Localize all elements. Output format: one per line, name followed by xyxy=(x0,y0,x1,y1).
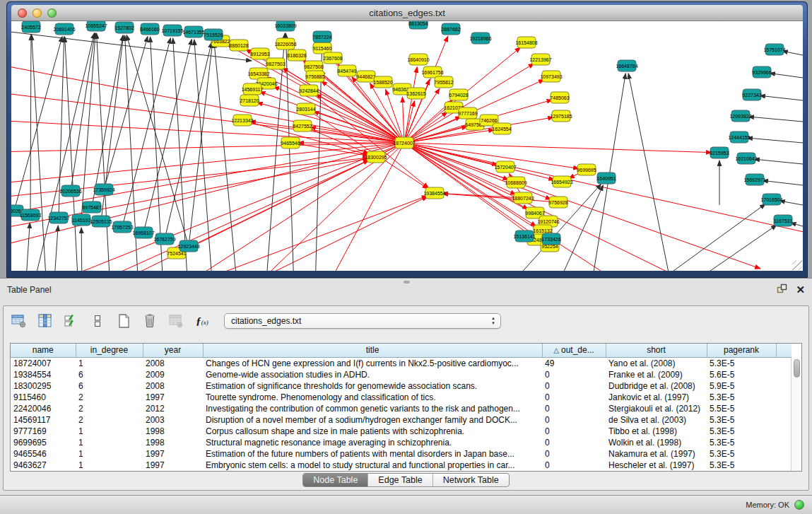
graph-node[interactable]: 12923448 xyxy=(177,240,199,252)
graph-node[interactable]: 12213343 xyxy=(231,115,253,126)
column-header-year[interactable]: year xyxy=(143,344,203,357)
tab-node-table[interactable]: Node Table xyxy=(303,474,368,486)
close-window-button[interactable] xyxy=(18,8,27,18)
window-resize-grip[interactable] xyxy=(792,260,802,270)
column-header-title[interactable]: title xyxy=(203,344,542,357)
graph-node[interactable]: 9465546 xyxy=(281,137,300,148)
graph-node[interactable]: 1640951 xyxy=(596,173,616,184)
table-row[interactable]: 946554611997Estimation of the future num… xyxy=(11,448,792,460)
table-row[interactable]: 977716911998Corpus callosum shape and si… xyxy=(11,426,792,437)
graph-node[interactable]: 18226058 xyxy=(274,38,296,49)
zoom-window-button[interactable] xyxy=(47,8,57,18)
graph-node[interactable]: 20691406 xyxy=(53,23,75,35)
graph-node[interactable]: 18807243 xyxy=(512,192,534,204)
graph-node[interactable]: 15720407 xyxy=(494,161,516,173)
graph-node[interactable]: 9975487 xyxy=(82,201,101,213)
table-row[interactable]: 946362711997Embryonic stem cells: a mode… xyxy=(11,460,792,471)
column-visibility-icon[interactable] xyxy=(37,313,54,329)
graph-node[interactable]: 2405572 xyxy=(21,21,40,33)
graph-node[interactable]: 1624554 xyxy=(492,123,511,134)
graph-node[interactable]: 8186328 xyxy=(287,49,306,61)
table-row[interactable]: 969969511998Structural magnetic resonanc… xyxy=(11,437,792,448)
graph-node[interactable]: 8454749 xyxy=(337,65,356,76)
graph-node[interactable]: 14671355 xyxy=(182,26,204,37)
graph-node[interactable]: 15751074 xyxy=(763,44,785,55)
table-selector-dropdown[interactable]: citations_edges.txt ▲▼ xyxy=(224,313,501,329)
graph-node[interactable]: 2367608 xyxy=(323,52,342,64)
select-all-rows-icon[interactable] xyxy=(63,313,80,329)
column-header-out-de-[interactable]: △out_de... xyxy=(542,344,606,357)
tab-edge-table[interactable]: Edge Table xyxy=(368,474,433,486)
minimize-window-button[interactable] xyxy=(33,8,42,18)
graph-node[interactable]: 15136141 xyxy=(513,230,535,242)
graph-node[interactable]: 10655247 xyxy=(85,21,107,31)
table-row[interactable]: 1456911722003Disruption of a novel membe… xyxy=(11,414,792,426)
graph-node[interactable]: 9699695 xyxy=(577,164,596,175)
graph-node[interactable]: 19218986 xyxy=(469,33,491,44)
graph-node[interactable]: 1145192 xyxy=(72,214,91,226)
graph-node[interactable]: 1362615 xyxy=(406,88,425,99)
graph-node[interactable]: 10973493 xyxy=(540,71,562,82)
graph-node[interactable]: 17016504 xyxy=(760,194,782,205)
graph-node[interactable]: 7515526 xyxy=(204,29,223,40)
graph-node[interactable]: 11568693 xyxy=(20,209,42,221)
graph-node[interactable]: 8427552 xyxy=(293,120,312,132)
column-header-name[interactable]: name xyxy=(11,344,76,357)
graph-node[interactable]: 9777169 xyxy=(458,107,477,119)
graph-node[interactable]: 1167531 xyxy=(774,215,793,226)
graph-node[interactable]: 6794028 xyxy=(449,89,468,100)
table-row[interactable]: 1872400712008Changes of HCN gene express… xyxy=(11,357,792,369)
new-column-icon[interactable] xyxy=(115,313,132,329)
graph-node[interactable]: 1588520 xyxy=(373,76,392,88)
graph-node[interactable]: 16654923 xyxy=(551,176,572,187)
graph-node[interactable]: 12342757 xyxy=(47,212,69,223)
graph-node[interactable]: 16033809 xyxy=(274,21,296,31)
graph-node[interactable]: 1527802 xyxy=(114,22,134,33)
graph-node[interactable]: 8215953 xyxy=(710,147,729,158)
row-height-icon[interactable] xyxy=(89,313,106,329)
graph-node[interactable]: 12213967 xyxy=(529,54,551,65)
network-canvas[interactable]: 1872400776638228860128891295318226058982… xyxy=(11,21,803,271)
graph-node[interactable]: 10688609 xyxy=(505,177,526,188)
graph-node[interactable]: 2803144 xyxy=(296,103,315,115)
table-row[interactable]: 2242004622012Investigating the contribut… xyxy=(11,403,792,414)
graph-node[interactable]: 8860128 xyxy=(229,40,248,51)
graph-node[interactable]: 18300295 xyxy=(365,151,387,163)
float-panel-icon[interactable] xyxy=(777,284,787,297)
close-panel-icon[interactable]: ✕ xyxy=(796,285,805,295)
graph-node[interactable]: 2718120 xyxy=(240,95,259,106)
graph-node[interactable]: 12975185 xyxy=(550,110,572,122)
table-row[interactable]: 1938455462009Genome-wide association stu… xyxy=(11,369,792,380)
graph-node[interactable]: 9756928 xyxy=(548,197,567,208)
graph-node[interactable]: 19384554 xyxy=(423,187,445,199)
function-builder-icon[interactable]: ƒ(x) xyxy=(194,313,211,329)
tab-network-table[interactable]: Network Table xyxy=(433,474,509,486)
graph-node[interactable]: 15692971 xyxy=(743,174,765,185)
graph-node[interactable]: 18724007 xyxy=(393,137,415,148)
column-header-in-degree[interactable]: in_degree xyxy=(76,344,143,357)
graph-node[interactable]: 9827503 xyxy=(266,58,285,69)
graph-node[interactable]: 17359924 xyxy=(93,184,114,195)
network-graph[interactable]: 1872400776638228860128891295318226058982… xyxy=(11,21,803,271)
table-row[interactable]: 911546021997Tourette syndrome. Phenomeno… xyxy=(11,392,792,403)
graph-node[interactable]: 1733426 xyxy=(541,233,560,245)
column-header-short[interactable]: short xyxy=(606,344,707,357)
graph-node[interactable]: 12505135 xyxy=(90,216,112,227)
graph-node[interactable]: 17957253 xyxy=(111,221,133,233)
graph-node[interactable]: 7857224 xyxy=(312,31,331,42)
graph-node[interactable]: 9329966 xyxy=(752,66,771,78)
delete-column-icon[interactable] xyxy=(141,313,158,329)
graph-node[interactable]: 16958107 xyxy=(132,227,154,238)
graph-node[interactable]: 16782759 xyxy=(153,233,175,245)
graph-node[interactable]: 9756885 xyxy=(305,71,324,82)
graph-node[interactable]: 14569117 xyxy=(242,83,264,95)
graph-node[interactable]: 9242844 xyxy=(299,85,318,96)
graph-node[interactable]: 8466160 xyxy=(140,23,159,35)
graph-node[interactable]: 16648784 xyxy=(616,60,637,71)
graph-node[interactable]: 20206536 xyxy=(59,185,81,197)
graph-node[interactable]: 9227343 xyxy=(742,89,761,100)
graph-node[interactable]: 2887682 xyxy=(441,23,460,35)
table-row[interactable]: 1830029562008Estimation of significance … xyxy=(11,380,792,392)
graph-node[interactable]: 7955812 xyxy=(434,76,453,88)
graph-node[interactable]: 12444155 xyxy=(728,132,750,143)
